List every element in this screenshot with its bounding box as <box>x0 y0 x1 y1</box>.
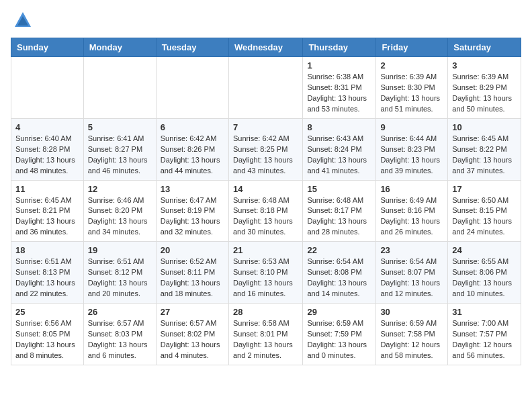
calendar-cell: 2Sunrise: 6:39 AM Sunset: 8:30 PM Daylig… <box>376 57 448 119</box>
day-info: Sunrise: 6:41 AM Sunset: 8:27 PM Dayligh… <box>88 134 152 177</box>
calendar-week-row: 25Sunrise: 6:56 AM Sunset: 8:05 PM Dayli… <box>11 304 521 365</box>
calendar-cell: 8Sunrise: 6:43 AM Sunset: 8:24 PM Daylig… <box>303 118 376 180</box>
calendar-cell: 15Sunrise: 6:48 AM Sunset: 8:17 PM Dayli… <box>303 180 376 242</box>
calendar-cell <box>11 57 84 119</box>
day-number: 6 <box>161 122 224 132</box>
day-number: 13 <box>161 184 224 194</box>
calendar-week-row: 1Sunrise: 6:38 AM Sunset: 8:31 PM Daylig… <box>11 57 521 119</box>
calendar-cell: 1Sunrise: 6:38 AM Sunset: 8:31 PM Daylig… <box>303 57 376 119</box>
day-number: 25 <box>15 307 79 317</box>
day-info: Sunrise: 6:51 AM Sunset: 8:12 PM Dayligh… <box>88 257 152 300</box>
day-number: 14 <box>233 184 298 194</box>
day-number: 31 <box>452 307 517 317</box>
calendar-cell: 14Sunrise: 6:48 AM Sunset: 8:18 PM Dayli… <box>228 180 302 242</box>
calendar-header-row: SundayMondayTuesdayWednesdayThursdayFrid… <box>11 38 521 57</box>
day-info: Sunrise: 6:59 AM Sunset: 7:59 PM Dayligh… <box>307 318 371 361</box>
day-number: 20 <box>161 245 224 255</box>
calendar-cell: 11Sunrise: 6:45 AM Sunset: 8:21 PM Dayli… <box>11 180 84 242</box>
day-number: 24 <box>452 245 517 255</box>
day-info: Sunrise: 6:52 AM Sunset: 8:11 PM Dayligh… <box>161 257 224 300</box>
calendar-cell: 6Sunrise: 6:42 AM Sunset: 8:26 PM Daylig… <box>156 118 228 180</box>
day-info: Sunrise: 6:55 AM Sunset: 8:06 PM Dayligh… <box>452 257 517 300</box>
day-info: Sunrise: 6:43 AM Sunset: 8:24 PM Dayligh… <box>307 134 371 177</box>
day-number: 3 <box>452 60 517 71</box>
day-info: Sunrise: 6:48 AM Sunset: 8:17 PM Dayligh… <box>307 195 371 238</box>
day-info: Sunrise: 6:59 AM Sunset: 7:58 PM Dayligh… <box>380 318 443 361</box>
day-number: 17 <box>452 184 517 194</box>
day-info: Sunrise: 6:38 AM Sunset: 8:31 PM Dayligh… <box>307 72 371 115</box>
calendar-cell: 16Sunrise: 6:49 AM Sunset: 8:16 PM Dayli… <box>376 180 448 242</box>
day-info: Sunrise: 6:39 AM Sunset: 8:29 PM Dayligh… <box>452 72 517 115</box>
day-number: 5 <box>88 122 152 132</box>
day-number: 10 <box>452 122 517 132</box>
day-number: 27 <box>161 307 224 317</box>
calendar-cell: 31Sunrise: 7:00 AM Sunset: 7:57 PM Dayli… <box>448 304 521 365</box>
weekday-header-wednesday: Wednesday <box>228 38 302 57</box>
calendar-cell <box>228 57 302 119</box>
day-number: 18 <box>15 245 79 255</box>
day-number: 21 <box>233 245 298 255</box>
day-info: Sunrise: 6:58 AM Sunset: 8:01 PM Dayligh… <box>233 318 298 361</box>
calendar-cell: 13Sunrise: 6:47 AM Sunset: 8:19 PM Dayli… <box>156 180 228 242</box>
calendar-table: SundayMondayTuesdayWednesdayThursdayFrid… <box>11 38 521 365</box>
calendar-cell: 25Sunrise: 6:56 AM Sunset: 8:05 PM Dayli… <box>11 304 84 365</box>
day-info: Sunrise: 6:48 AM Sunset: 8:18 PM Dayligh… <box>233 195 298 238</box>
day-info: Sunrise: 6:40 AM Sunset: 8:28 PM Dayligh… <box>15 134 79 177</box>
calendar-cell: 3Sunrise: 6:39 AM Sunset: 8:29 PM Daylig… <box>448 57 521 119</box>
calendar-cell: 21Sunrise: 6:53 AM Sunset: 8:10 PM Dayli… <box>228 242 302 304</box>
calendar-cell: 26Sunrise: 6:57 AM Sunset: 8:03 PM Dayli… <box>83 304 156 365</box>
day-number: 30 <box>380 307 443 317</box>
day-number: 22 <box>307 245 371 255</box>
day-info: Sunrise: 6:45 AM Sunset: 8:22 PM Dayligh… <box>452 134 517 177</box>
day-info: Sunrise: 6:42 AM Sunset: 8:25 PM Dayligh… <box>233 134 298 177</box>
calendar-cell <box>156 57 228 119</box>
day-info: Sunrise: 6:56 AM Sunset: 8:05 PM Dayligh… <box>15 318 79 361</box>
day-number: 29 <box>307 307 371 317</box>
weekday-header-thursday: Thursday <box>303 38 376 57</box>
calendar-cell: 19Sunrise: 6:51 AM Sunset: 8:12 PM Dayli… <box>83 242 156 304</box>
weekday-header-sunday: Sunday <box>11 38 84 57</box>
logo-icon <box>13 11 32 30</box>
weekday-header-tuesday: Tuesday <box>156 38 228 57</box>
day-number: 1 <box>307 60 371 71</box>
day-info: Sunrise: 6:42 AM Sunset: 8:26 PM Dayligh… <box>161 134 224 177</box>
day-number: 26 <box>88 307 152 317</box>
day-info: Sunrise: 6:49 AM Sunset: 8:16 PM Dayligh… <box>380 195 443 238</box>
day-number: 7 <box>233 122 298 132</box>
day-info: Sunrise: 6:54 AM Sunset: 8:07 PM Dayligh… <box>380 257 443 300</box>
day-info: Sunrise: 6:53 AM Sunset: 8:10 PM Dayligh… <box>233 257 298 300</box>
calendar-cell: 22Sunrise: 6:54 AM Sunset: 8:08 PM Dayli… <box>303 242 376 304</box>
day-number: 2 <box>380 60 443 71</box>
calendar-cell: 5Sunrise: 6:41 AM Sunset: 8:27 PM Daylig… <box>83 118 156 180</box>
calendar-cell: 29Sunrise: 6:59 AM Sunset: 7:59 PM Dayli… <box>303 304 376 365</box>
day-number: 16 <box>380 184 443 194</box>
calendar-week-row: 18Sunrise: 6:51 AM Sunset: 8:13 PM Dayli… <box>11 242 521 304</box>
day-info: Sunrise: 6:45 AM Sunset: 8:21 PM Dayligh… <box>15 195 79 238</box>
calendar-cell: 28Sunrise: 6:58 AM Sunset: 8:01 PM Dayli… <box>228 304 302 365</box>
calendar-cell: 23Sunrise: 6:54 AM Sunset: 8:07 PM Dayli… <box>376 242 448 304</box>
day-number: 28 <box>233 307 298 317</box>
weekday-header-monday: Monday <box>83 38 156 57</box>
day-info: Sunrise: 6:46 AM Sunset: 8:20 PM Dayligh… <box>88 195 152 238</box>
day-info: Sunrise: 6:54 AM Sunset: 8:08 PM Dayligh… <box>307 257 371 300</box>
day-number: 4 <box>15 122 79 132</box>
calendar-cell: 24Sunrise: 6:55 AM Sunset: 8:06 PM Dayli… <box>448 242 521 304</box>
day-info: Sunrise: 7:00 AM Sunset: 7:57 PM Dayligh… <box>452 318 517 361</box>
day-info: Sunrise: 6:47 AM Sunset: 8:19 PM Dayligh… <box>161 195 224 238</box>
calendar-cell: 30Sunrise: 6:59 AM Sunset: 7:58 PM Dayli… <box>376 304 448 365</box>
day-number: 8 <box>307 122 371 132</box>
calendar-cell: 12Sunrise: 6:46 AM Sunset: 8:20 PM Dayli… <box>83 180 156 242</box>
day-info: Sunrise: 6:57 AM Sunset: 8:02 PM Dayligh… <box>161 318 224 361</box>
day-number: 9 <box>380 122 443 132</box>
calendar-week-row: 11Sunrise: 6:45 AM Sunset: 8:21 PM Dayli… <box>11 180 521 242</box>
calendar-cell: 17Sunrise: 6:50 AM Sunset: 8:15 PM Dayli… <box>448 180 521 242</box>
calendar-cell: 18Sunrise: 6:51 AM Sunset: 8:13 PM Dayli… <box>11 242 84 304</box>
day-number: 11 <box>15 184 79 194</box>
day-number: 15 <box>307 184 371 194</box>
calendar-cell: 20Sunrise: 6:52 AM Sunset: 8:11 PM Dayli… <box>156 242 228 304</box>
calendar-week-row: 4Sunrise: 6:40 AM Sunset: 8:28 PM Daylig… <box>11 118 521 180</box>
day-info: Sunrise: 6:44 AM Sunset: 8:23 PM Dayligh… <box>380 134 443 177</box>
logo <box>11 11 32 30</box>
calendar-cell: 9Sunrise: 6:44 AM Sunset: 8:23 PM Daylig… <box>376 118 448 180</box>
day-number: 19 <box>88 245 152 255</box>
